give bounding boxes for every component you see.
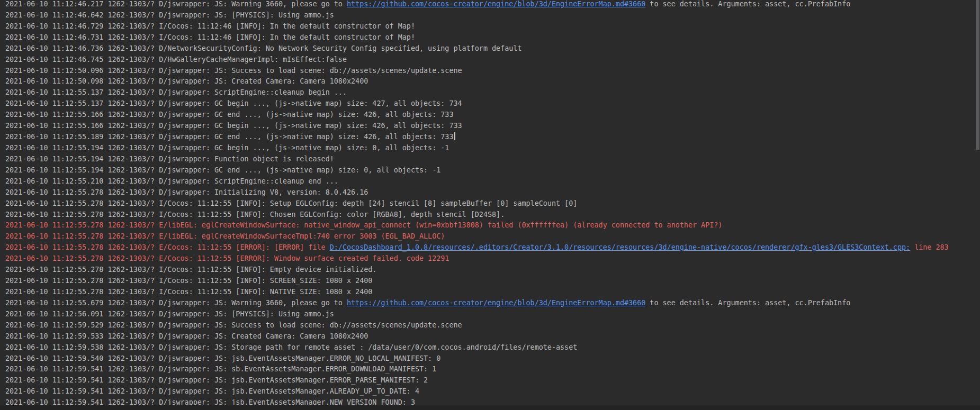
log-text: 2021-06-10 11:12:55.278 1262-1303/? I/Co… xyxy=(5,211,505,218)
log-text: 2021-06-10 11:12:55.278 1262-1303/? E/li… xyxy=(5,232,445,240)
log-line: 2021-06-10 11:12:55.194 1262-1303/? D/js… xyxy=(5,143,976,154)
log-text: 2021-06-10 11:12:56.091 1262-1303/? D/js… xyxy=(5,310,334,318)
log-text: to see details. Arguments: asset, cc.Pre… xyxy=(645,0,850,8)
log-text: 2021-06-10 11:12:55.166 1262-1303/? D/js… xyxy=(5,122,462,130)
log-text: 2021-06-10 11:12:55.194 1262-1303/? D/js… xyxy=(5,144,449,152)
log-text: 2021-06-10 11:12:46.217 1262-1303/? D/js… xyxy=(5,0,347,8)
log-line: 2021-06-10 11:12:55.189 1262-1303/? D/js… xyxy=(5,132,976,143)
log-line: 2021-06-10 11:12:55.278 1262-1303/? I/Co… xyxy=(5,209,976,221)
log-text: 2021-06-10 11:12:46.731 1262-1303/? I/Co… xyxy=(5,33,415,41)
log-text: 2021-06-10 11:12:55.679 1262-1303/? D/js… xyxy=(5,299,347,307)
log-line: 2021-06-10 11:12:59.533 1262-1303/? D/js… xyxy=(5,331,976,342)
log-line: 2021-06-10 11:12:55.278 1262-1303/? I/Co… xyxy=(5,287,976,298)
log-text: 2021-06-10 11:12:59.529 1262-1303/? D/js… xyxy=(5,321,462,329)
log-line: 2021-06-10 11:12:55.278 1262-1303/? E/li… xyxy=(5,231,976,242)
log-text: 2021-06-10 11:12:55.189 1262-1303/? D/js… xyxy=(5,133,454,141)
log-text: 2021-06-10 11:12:46.745 1262-1303/? D/Hw… xyxy=(5,56,347,63)
log-line: 2021-06-10 11:12:55.194 1262-1303/? D/js… xyxy=(5,165,976,176)
log-text: 2021-06-10 11:12:55.278 1262-1303/? I/Co… xyxy=(5,266,376,274)
log-line: 2021-06-10 11:12:59.541 1262-1303/? D/js… xyxy=(5,364,976,375)
vertical-scrollbar[interactable] xyxy=(976,0,980,410)
log-line: 2021-06-10 11:12:59.529 1262-1303/? D/js… xyxy=(5,320,976,331)
log-line: 2021-06-10 11:12:55.278 1262-1303/? E/Co… xyxy=(5,242,976,253)
log-text: 2021-06-10 11:12:59.541 1262-1303/? D/js… xyxy=(5,387,419,395)
log-text: 2021-06-10 11:12:59.541 1262-1303/? D/js… xyxy=(5,365,436,373)
log-text: 2021-06-10 11:12:50.096 1262-1303/? D/js… xyxy=(5,67,462,75)
log-line: 2021-06-10 11:12:50.098 1262-1303/? D/js… xyxy=(5,76,976,87)
log-text: 2021-06-10 11:12:55.278 1262-1303/? I/Co… xyxy=(5,288,372,296)
log-text: 2021-06-10 11:12:55.166 1262-1303/? D/js… xyxy=(5,111,454,119)
log-text: 2021-06-10 11:12:55.278 1262-1303/? E/Co… xyxy=(5,243,330,251)
log-line: 2021-06-10 11:12:55.166 1262-1303/? D/js… xyxy=(5,121,976,132)
log-line: 2021-06-10 11:12:46.729 1262-1303/? I/Co… xyxy=(5,21,976,32)
log-text: 2021-06-10 11:12:59.533 1262-1303/? D/js… xyxy=(5,332,368,340)
log-line: 2021-06-10 11:12:46.745 1262-1303/? D/Hw… xyxy=(5,54,976,66)
log-link[interactable]: https://github.com/cocos-creator/engine/… xyxy=(347,0,645,8)
log-line: 2021-06-10 11:12:50.096 1262-1303/? D/js… xyxy=(5,66,976,77)
log-line: 2021-06-10 11:12:46.642 1262-1303/? D/js… xyxy=(5,10,976,21)
log-line: 2021-06-10 11:12:55.137 1262-1303/? D/js… xyxy=(5,87,976,98)
log-line: 2021-06-10 11:12:55.137 1262-1303/? D/js… xyxy=(5,98,976,110)
log-line: 2021-06-10 11:12:46.736 1262-1303/? D/Ne… xyxy=(5,43,976,54)
log-text: 2021-06-10 11:12:59.541 1262-1303/? D/js… xyxy=(5,376,428,384)
log-text: 2021-06-10 11:12:55.278 1262-1303/? D/js… xyxy=(5,188,368,196)
log-text: 2021-06-10 11:12:55.137 1262-1303/? D/js… xyxy=(5,88,347,96)
log-line: 2021-06-10 11:12:59.540 1262-1303/? D/js… xyxy=(5,353,976,365)
log-text: 2021-06-10 11:12:55.278 1262-1303/? E/li… xyxy=(5,221,722,229)
log-text: 2021-06-10 11:12:55.137 1262-1303/? D/js… xyxy=(5,99,462,107)
log-line: 2021-06-10 11:12:55.278 1262-1303/? E/li… xyxy=(5,220,976,231)
log-line: 2021-06-10 11:12:55.278 1262-1303/? I/Co… xyxy=(5,276,976,287)
log-text: to see details. Arguments: asset, cc.Pre… xyxy=(645,299,850,307)
vertical-scrollbar-thumb[interactable] xyxy=(976,0,979,150)
log-line: 2021-06-10 11:12:55.679 1262-1303/? D/js… xyxy=(5,298,976,309)
log-text: 2021-06-10 11:12:59.540 1262-1303/? D/js… xyxy=(5,354,440,362)
log-text: line 283 xyxy=(910,243,949,251)
log-text: 2021-06-10 11:12:55.278 1262-1303/? E/Co… xyxy=(5,254,449,262)
log-line: 2021-06-10 11:12:55.278 1262-1303/? I/Co… xyxy=(5,198,976,209)
log-line: 2021-06-10 11:12:59.541 1262-1303/? D/js… xyxy=(5,386,976,397)
log-line: 2021-06-10 11:12:55.278 1262-1303/? D/js… xyxy=(5,187,976,198)
log-text: 2021-06-10 11:12:50.098 1262-1303/? D/js… xyxy=(5,77,368,85)
log-line: 2021-06-10 11:12:55.278 1262-1303/? E/Co… xyxy=(5,253,976,265)
text-caret xyxy=(454,132,455,140)
log-link[interactable]: https://github.com/cocos-creator/engine/… xyxy=(347,299,645,307)
log-link[interactable]: D:/CocosDashboard_1.0.8/resources/.edito… xyxy=(330,243,910,251)
log-text: 2021-06-10 11:12:55.194 1262-1303/? D/js… xyxy=(5,166,440,174)
log-text: 2021-06-10 11:12:46.729 1262-1303/? I/Co… xyxy=(5,22,415,30)
log-console[interactable]: 2021-06-10 11:12:46.217 1262-1303/? D/js… xyxy=(0,0,976,410)
log-text: 2021-06-10 11:12:46.642 1262-1303/? D/js… xyxy=(5,11,334,19)
bottom-panel-edge xyxy=(0,405,980,410)
log-line: 2021-06-10 11:12:46.731 1262-1303/? I/Co… xyxy=(5,32,976,43)
log-line: 2021-06-10 11:12:55.194 1262-1303/? D/js… xyxy=(5,154,976,165)
log-line: 2021-06-10 11:12:55.278 1262-1303/? I/Co… xyxy=(5,265,976,276)
log-line: 2021-06-10 11:12:56.091 1262-1303/? D/js… xyxy=(5,309,976,320)
log-text: 2021-06-10 11:12:59.538 1262-1303/? D/js… xyxy=(5,343,577,351)
log-line: 2021-06-10 11:12:59.538 1262-1303/? D/js… xyxy=(5,342,976,353)
log-text: 2021-06-10 11:12:55.278 1262-1303/? I/Co… xyxy=(5,199,577,207)
log-text: 2021-06-10 11:12:55.194 1262-1303/? D/js… xyxy=(5,155,334,163)
log-line: 2021-06-10 11:12:59.541 1262-1303/? D/js… xyxy=(5,375,976,386)
log-line: 2021-06-10 11:12:46.217 1262-1303/? D/js… xyxy=(5,0,976,10)
log-text: 2021-06-10 11:12:55.210 1262-1303/? D/js… xyxy=(5,177,338,185)
log-line: 2021-06-10 11:12:55.166 1262-1303/? D/js… xyxy=(5,110,976,121)
log-text: 2021-06-10 11:12:46.736 1262-1303/? D/Ne… xyxy=(5,44,522,52)
log-line: 2021-06-10 11:12:55.210 1262-1303/? D/js… xyxy=(5,176,976,187)
log-text: 2021-06-10 11:12:55.278 1262-1303/? I/Co… xyxy=(5,277,372,285)
log-lines: 2021-06-10 11:12:46.217 1262-1303/? D/js… xyxy=(0,0,976,408)
